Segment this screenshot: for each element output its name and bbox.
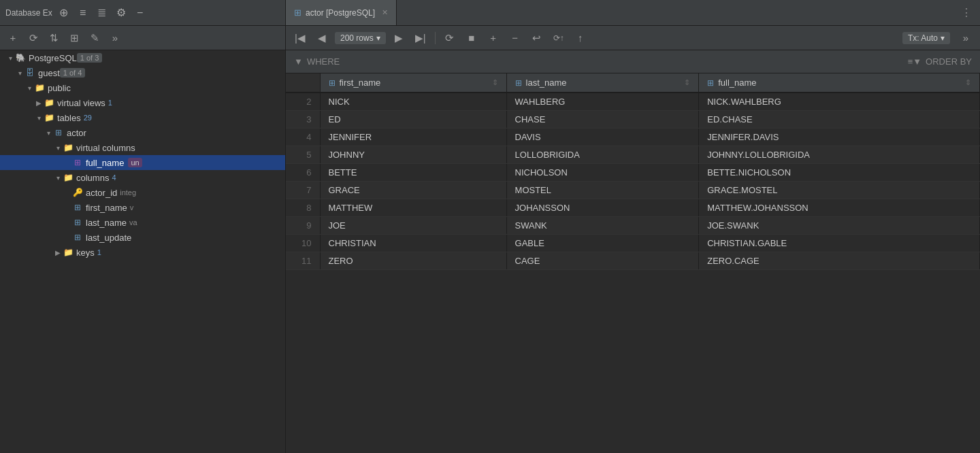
sort-btn[interactable]: ⇅ [45, 29, 63, 47]
reload-btn[interactable]: ⟳ [441, 29, 459, 47]
list-icon[interactable]: ≣ [95, 5, 110, 20]
sidebar-item-virtual-columns[interactable]: ▾ 📁 virtual columns [0, 140, 285, 155]
nav-prev-btn[interactable]: ◀ [313, 29, 331, 47]
cell-first-name[interactable]: JOE [320, 217, 506, 235]
cell-last-name[interactable]: MOSTEL [506, 182, 699, 199]
sidebar-item-keys[interactable]: ▶ 📁 keys 1 [0, 245, 285, 260]
col-header-full-name: ⊞ full_name ⇕ [699, 73, 980, 93]
cell-first-name[interactable]: ED [320, 111, 506, 129]
last-name-sort-icon[interactable]: ⇕ [684, 78, 690, 87]
more-right-btn[interactable]: » [957, 29, 975, 47]
tab-close-icon[interactable]: ✕ [382, 8, 388, 17]
sidebar-item-full-name[interactable]: ▶ ⊞ full_name un [0, 155, 285, 170]
nav-last-btn[interactable]: ▶| [412, 29, 429, 47]
table-row[interactable]: 6 BETTE NICHOLSON BETTE.NICHOLSON [286, 164, 980, 182]
table-body: 2 NICK WAHLBERG NICK.WAHLBERG 3 ED CHASE… [286, 93, 980, 270]
cell-last-name[interactable]: LOLLOBRIGIDA [506, 146, 699, 164]
cell-full-name[interactable]: MATTHEW.JOHANSSON [699, 199, 980, 217]
edit-btn[interactable]: ✎ [86, 29, 103, 47]
add-btn[interactable]: + [485, 29, 502, 47]
delete-btn[interactable]: − [506, 29, 524, 47]
sidebar-item-public[interactable]: ▾ 📁 public [0, 80, 285, 95]
cell-last-name[interactable]: CAGE [506, 252, 699, 270]
cell-last-name[interactable]: DAVIS [506, 129, 699, 146]
first-name-sort-icon[interactable]: ⇕ [492, 78, 498, 87]
sidebar-item-actor-id[interactable]: ▶ 🔑 actor_id integ [0, 185, 285, 200]
cell-last-name[interactable]: CHASE [506, 111, 699, 129]
table-row[interactable]: 7 GRACE MOSTEL GRACE.MOSTEL [286, 182, 980, 199]
rows-selector[interactable]: 200 rows ▾ [335, 32, 386, 44]
sidebar-item-postgresql[interactable]: ▾ 🐘 PostgreSQL 1 of 3 [0, 50, 285, 65]
cell-first-name[interactable]: ZERO [320, 252, 506, 270]
add-icon[interactable]: ⊕ [56, 5, 71, 20]
add-row-btn[interactable]: + [4, 29, 22, 47]
table-row[interactable]: 4 JENNIFER DAVIS JENNIFER.DAVIS [286, 129, 980, 146]
cell-first-name[interactable]: NICK [320, 93, 506, 111]
filter-btn[interactable]: ⊞ [65, 29, 83, 47]
cell-first-name[interactable]: MATTHEW [320, 199, 506, 217]
cell-full-name[interactable]: NICK.WAHLBERG [699, 93, 980, 111]
undo-btn[interactable]: ↩ [528, 29, 546, 47]
table-row[interactable]: 8 MATTHEW JOHANSSON MATTHEW.JOHANSSON [286, 199, 980, 217]
cell-first-name[interactable]: BETTE [320, 164, 506, 182]
filter-icon[interactable]: ▼ [294, 56, 303, 67]
redo-btn[interactable]: ⟳↑ [550, 29, 568, 47]
table-row[interactable]: 3 ED CHASE ED.CHASE [286, 111, 980, 129]
chevron-virtual-columns: ▾ [53, 143, 63, 152]
row-number: 10 [286, 235, 320, 252]
table-row[interactable]: 10 CHRISTIAN GABLE CHRISTIAN.GABLE [286, 235, 980, 252]
cell-full-name[interactable]: BETTE.NICHOLSON [699, 164, 980, 182]
cell-full-name[interactable]: ED.CHASE [699, 111, 980, 129]
nav-first-btn[interactable]: |◀ [291, 29, 309, 47]
table-row[interactable]: 5 JOHNNY LOLLOBRIGIDA JOHNNY.LOLLOBRIGID… [286, 146, 980, 164]
gear-icon[interactable]: ⚙ [114, 5, 129, 20]
sidebar-item-first-name-col[interactable]: ▶ ⊞ first_name v [0, 200, 285, 215]
full-name-sort-icon[interactable]: ⇕ [965, 78, 971, 87]
cell-last-name[interactable]: WAHLBERG [506, 93, 699, 111]
cell-full-name[interactable]: JENNIFER.DAVIS [699, 129, 980, 146]
nav-next-btn[interactable]: ▶ [390, 29, 408, 47]
cell-first-name[interactable]: JOHNNY [320, 146, 506, 164]
up-btn[interactable]: ↑ [572, 29, 589, 47]
table-row[interactable]: 11 ZERO CAGE ZERO.CAGE [286, 252, 980, 270]
tx-selector[interactable]: Tx: Auto ▾ [902, 32, 950, 44]
sidebar-item-last-name-col[interactable]: ▶ ⊞ last_name va [0, 215, 285, 230]
tab-actor[interactable]: ⊞ actor [PostgreSQL] ✕ [286, 0, 397, 25]
tab-more-icon[interactable]: ⋮ [953, 6, 980, 19]
cell-last-name[interactable]: GABLE [506, 235, 699, 252]
row-number: 2 [286, 93, 320, 111]
col-lu-icon: ⊞ [72, 232, 83, 243]
minus-icon[interactable]: − [133, 5, 148, 20]
cell-last-name[interactable]: SWANK [506, 217, 699, 235]
cell-first-name[interactable]: CHRISTIAN [320, 235, 506, 252]
cell-full-name[interactable]: GRACE.MOSTEL [699, 182, 980, 199]
menu-icon[interactable]: ≡ [76, 5, 91, 20]
cell-full-name[interactable]: CHRISTIAN.GABLE [699, 235, 980, 252]
pk-col-icon: 🔑 [72, 187, 83, 198]
cell-full-name[interactable]: ZERO.CAGE [699, 252, 980, 270]
refresh-btn[interactable]: ⟳ [24, 29, 42, 47]
sidebar-item-columns[interactable]: ▾ 📁 columns 4 [0, 170, 285, 185]
where-section: ▼ WHERE [294, 56, 340, 67]
cell-first-name[interactable]: JENNIFER [320, 129, 506, 146]
cell-last-name[interactable]: JOHANSSON [506, 199, 699, 217]
cell-first-name[interactable]: GRACE [320, 182, 506, 199]
tables-icon: 📁 [44, 112, 54, 123]
cell-full-name[interactable]: JOE.SWANK [699, 217, 980, 235]
sidebar-item-tables[interactable]: ▾ 📁 tables 29 [0, 110, 285, 125]
more-left-btn[interactable]: » [106, 29, 124, 47]
cell-last-name[interactable]: NICHOLSON [506, 164, 699, 182]
cell-full-name[interactable]: JOHNNY.LOLLOBRIGIDA [699, 146, 980, 164]
table-row[interactable]: 2 NICK WAHLBERG NICK.WAHLBERG [286, 93, 980, 111]
sidebar-item-virtual-views[interactable]: ▶ 📁 virtual views 1 [0, 95, 285, 110]
tab-label: actor [PostgreSQL] [306, 8, 375, 18]
table-row[interactable]: 9 JOE SWANK JOE.SWANK [286, 217, 980, 235]
order-filter-icon[interactable]: ≡▼ [908, 56, 921, 67]
sidebar-item-guest[interactable]: ▾ 🗄 guest 1 of 4 [0, 65, 285, 80]
sidebar-item-actor[interactable]: ▾ ⊞ actor [0, 125, 285, 140]
last-name-type: va [129, 218, 137, 227]
stop-btn[interactable]: ■ [463, 29, 480, 47]
last-name-header-label: last_name [526, 78, 567, 88]
columns-count: 4 [112, 173, 116, 182]
sidebar-item-last-update-col[interactable]: ▶ ⊞ last_update [0, 230, 285, 245]
